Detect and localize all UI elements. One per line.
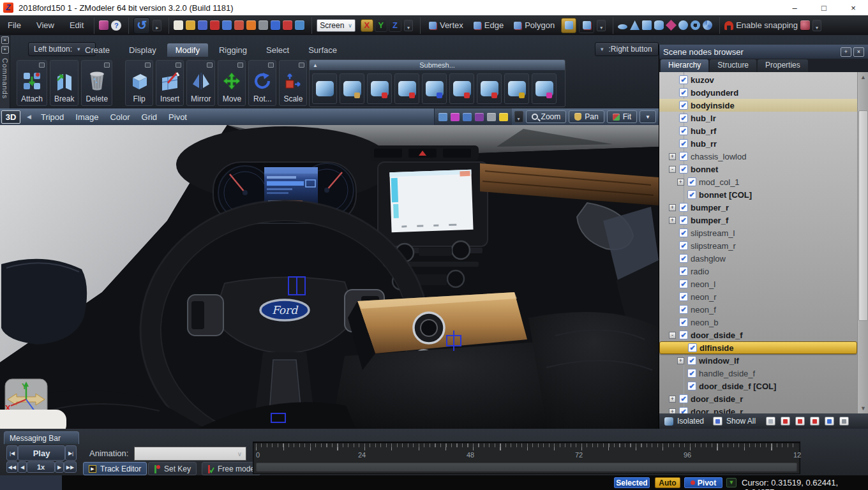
texture-browser-icon[interactable]	[258, 20, 268, 30]
expand-corner-icon[interactable]	[39, 63, 45, 68]
scroll-down-icon[interactable]: ▼	[858, 403, 868, 413]
tree-expander[interactable]: +	[669, 153, 676, 160]
tree-node-row[interactable]: - ✔ door_dside_f	[659, 329, 857, 341]
expand-corner-icon[interactable]	[299, 63, 304, 68]
tree-node-row[interactable]: ✔ slipstream_r	[659, 239, 857, 252]
right-button-dropdown[interactable]: ▾ :Right button	[595, 42, 659, 56]
tree-expander[interactable]: +	[669, 396, 676, 403]
scale-tool[interactable]: Scale	[279, 60, 307, 106]
close-commands-icon[interactable]: ×	[1, 36, 9, 44]
tree-node-row[interactable]: + ✔ window_lf	[659, 354, 857, 367]
expand-corner-icon[interactable]	[176, 63, 181, 68]
tree-checkbox[interactable]: ✔	[679, 203, 688, 212]
undo-history-expand[interactable]: ▸	[153, 20, 161, 31]
customize-icon[interactable]	[99, 20, 108, 30]
Create[interactable]: Create	[77, 43, 118, 57]
scroll-thumb[interactable]	[858, 110, 868, 321]
isolated-button[interactable]: Isolated	[677, 417, 704, 426]
attach-tool[interactable]: Attach	[17, 60, 47, 106]
tree-checkbox[interactable]: ✔	[687, 382, 696, 390]
close-panel-icon[interactable]: ×	[853, 47, 864, 57]
play-button[interactable]: Play	[18, 445, 65, 461]
tree-node-row[interactable]: ✔ dlfinside	[659, 341, 857, 354]
tree-node-row[interactable]: ✔ hub_rf	[659, 124, 857, 137]
mode-overflow[interactable]: ▾	[597, 20, 606, 31]
Display[interactable]: Display	[121, 43, 165, 57]
redo-icon[interactable]	[283, 20, 292, 30]
Structure[interactable]: Structure	[710, 59, 756, 72]
create-geosphere-icon[interactable]	[703, 20, 712, 30]
uv-mode-button[interactable]	[579, 18, 594, 33]
tree-node-row[interactable]: ✔ neon_l	[659, 278, 857, 290]
rotate-tool[interactable]: Rot...	[248, 60, 276, 106]
Grid[interactable]: Grid	[136, 112, 163, 122]
tree-node-row[interactable]: ✔ neon_r	[659, 290, 857, 303]
fast-forward-button[interactable]: ▶▶	[64, 461, 77, 473]
axis-overflow[interactable]: ▾	[404, 20, 413, 31]
selected-status-button[interactable]: Selected	[614, 477, 650, 488]
auto-status-button[interactable]: Auto	[655, 477, 680, 488]
tree-checkbox[interactable]: ✔	[679, 101, 688, 110]
Hierarchy[interactable]: Hierarchy	[661, 59, 708, 72]
set-key-button[interactable]: Set Key	[148, 462, 197, 475]
timeline-track[interactable]	[256, 462, 797, 471]
tree-node-row[interactable]: ✔ bodyinside	[659, 99, 857, 112]
view-mode-box[interactable]: 3D	[1, 110, 20, 124]
render-clapper-icon[interactable]	[487, 113, 496, 121]
tree-node-row[interactable]: ✔ slipstream_l	[659, 226, 857, 239]
tree-checkbox[interactable]: ✔	[687, 177, 696, 186]
expand-corner-icon[interactable]	[104, 63, 110, 68]
move-up-icon[interactable]	[781, 417, 790, 426]
tree-node-row[interactable]: ✔ handle_dside_f	[659, 367, 857, 380]
create-cube-icon[interactable]	[642, 20, 652, 30]
tree-checkbox[interactable]: ✔	[687, 190, 696, 199]
animation-combo[interactable]: ∨	[134, 447, 246, 461]
vertex-mode-button[interactable]: Vertex	[425, 18, 467, 33]
enable-snapping-toggle[interactable]: Enable snapping	[736, 20, 798, 30]
create-sphere-icon[interactable]	[678, 20, 688, 30]
tree-checkbox[interactable]: ✔	[679, 292, 688, 301]
undo-icon[interactable]	[271, 20, 280, 30]
tree-node-row[interactable]: ✔ hub_lr	[659, 112, 857, 124]
tree-checkbox[interactable]: ✔	[679, 330, 688, 339]
wireframe-toggle-icon[interactable]	[451, 113, 460, 121]
expand-corner-icon[interactable]	[145, 63, 151, 68]
tree-node-row[interactable]: ✔ door_dside_f [COL]	[659, 380, 857, 392]
tree-expander[interactable]: +	[677, 357, 684, 364]
tree-checkbox[interactable]: ✔	[679, 394, 688, 403]
snapping-overflow[interactable]: ▾	[812, 20, 821, 31]
tree-checkbox[interactable]: ✔	[679, 165, 688, 174]
object-mode-button[interactable]	[561, 18, 576, 33]
step-back-button[interactable]: ◀	[18, 461, 27, 473]
tree-scrollbar[interactable]: ▲ ▼	[857, 72, 868, 413]
step-forward-button[interactable]: ▶	[55, 461, 64, 473]
track-editor-button[interactable]: ▶ Track Editor	[83, 462, 147, 475]
tree-node-row[interactable]: + ✔ mod_col_1	[659, 175, 857, 188]
tree-node-row[interactable]: - ✔ bonnet	[659, 163, 857, 175]
break-tool[interactable]: Break	[50, 60, 79, 106]
tree-checkbox[interactable]: ✔	[679, 228, 688, 237]
scroll-up-icon[interactable]: ▲	[858, 72, 868, 82]
Image[interactable]: Image	[70, 112, 104, 122]
tree-node-row[interactable]: ✔ dashglow	[659, 252, 857, 265]
tree-node-row[interactable]: ✔ neon_b	[659, 316, 857, 329]
Rigging[interactable]: Rigging	[211, 43, 255, 57]
help-icon[interactable]: ?	[111, 20, 121, 31]
texture-toggle-icon[interactable]	[475, 113, 484, 121]
maximize-button[interactable]: □	[809, 0, 839, 15]
tree-checkbox[interactable]: ✔	[679, 216, 688, 225]
solid-toggle-icon[interactable]	[463, 113, 472, 121]
pin-commands-icon[interactable]: +	[1, 46, 9, 54]
tree-checkbox[interactable]: ✔	[679, 139, 688, 148]
expand-corner-icon[interactable]	[268, 63, 274, 68]
tree-node-row[interactable]: ✔ bodyunderd	[659, 86, 857, 99]
list-view-icon[interactable]	[839, 417, 849, 426]
tree-checkbox[interactable]: ✔	[679, 407, 688, 413]
tree-checkbox[interactable]: ✔	[679, 305, 688, 314]
edge-mode-button[interactable]: Edge	[470, 18, 507, 33]
tree-checkbox[interactable]: ✔	[679, 88, 688, 97]
tree-checkbox[interactable]: ✔	[679, 114, 688, 122]
expand-corner-icon[interactable]	[237, 63, 243, 68]
pan-button[interactable]: Pan	[569, 110, 604, 123]
expand-nodes-icon[interactable]	[766, 417, 775, 426]
